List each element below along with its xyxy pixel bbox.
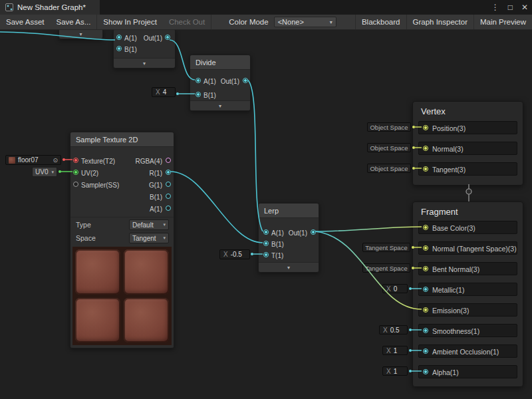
lerp-node[interactable]: Lerp A(1) B(1) T(1) Out(1) ▾ [258,203,319,273]
sample-texture-node-header[interactable]: Sample Texture 2D [70,132,174,147]
chevron-down-icon[interactable]: ▾ [190,100,250,110]
port-uv-input[interactable] [73,170,78,175]
vertex-position-slot[interactable]: Position(3) [418,121,517,134]
port-b-input[interactable] [196,92,201,97]
space-label: Space [76,235,96,242]
divide-node[interactable]: Divide A(1) B(1) Out(1) ▾ [190,55,251,111]
ambient-occlusion-value-field[interactable]: X 1 [382,346,408,355]
ambient-occlusion-slot[interactable]: Ambient Occlusion(1) [418,344,517,358]
port-normal-ts[interactable] [423,245,428,251]
lerp-node-header[interactable]: Lerp [259,203,319,218]
bent-normal-slot[interactable]: Bent Normal(3) [418,262,517,275]
chevron-down-icon[interactable]: ▾ [114,58,175,68]
alpha-slot[interactable]: Alpha(1) [418,365,517,378]
vertex-context-block[interactable]: Vertex Position(3) Normal(3) Tangent(3) [412,101,523,186]
chevron-down-icon[interactable]: ▾ [259,262,319,272]
port-alpha[interactable] [423,369,428,374]
port-g-output[interactable] [166,182,171,187]
bent-normal-space-pill[interactable]: Tangent Space [362,263,410,273]
port-ambient-occlusion[interactable] [423,348,428,354]
value[interactable]: 4 [163,88,167,96]
collapsed-node-edge[interactable]: ▾ [59,29,103,39]
port-a-input[interactable] [196,78,201,83]
port-b-input[interactable] [263,241,269,246]
port-t-input[interactable] [263,252,269,257]
port-a-input[interactable] [116,35,122,40]
smoothness-value-field[interactable]: X 0.5 [379,325,408,334]
port-b-label: B(1) [150,194,162,201]
divide-b-value-field[interactable]: X 4 [152,87,176,97]
port-sampler-input[interactable] [73,182,78,187]
port-out[interactable] [311,229,316,235]
port-b-label: B(1) [271,241,284,248]
port-a-label: A(1) [150,206,162,213]
port-emission[interactable] [423,307,428,313]
port-rgba-output[interactable] [166,158,171,163]
vertex-normal-slot[interactable]: Normal(3) [418,142,517,155]
chevron-down-icon: ▾ [163,235,166,241]
port-r-label: R(1) [150,170,162,177]
graph-inspector-toggle[interactable]: Graph Inspector [407,15,473,29]
chevron-down-icon: ▾ [330,19,332,25]
title-bar: New Shader Graph* ⋮ □ ✕ [0,0,532,15]
port-texture-input[interactable] [73,158,78,163]
type-dropdown[interactable]: Default ▾ [129,219,169,230]
port-bent-normal[interactable] [423,266,428,271]
port-b-label: B(1) [124,47,137,53]
port-metallic[interactable] [423,287,428,292]
normal-space-pill[interactable]: Object Space [367,143,411,152]
port-a-output[interactable] [166,205,171,211]
value[interactable]: 1 [394,347,398,354]
value[interactable]: -0.5 [231,251,242,258]
chevron-down-icon[interactable]: ▾ [59,30,102,39]
operator-node-top[interactable]: A(1) B(1) Out(1) ▾ [113,29,176,68]
type-label: Type [76,221,91,229]
divide-node-header[interactable]: Divide [190,55,250,70]
sample-texture-2d-node[interactable]: Sample Texture 2D Texture(T2) UV(2) Samp… [70,132,174,348]
port-position[interactable] [423,125,428,130]
texture-object-field[interactable]: floor07 ⊙ [5,155,61,165]
blackboard-toggle[interactable]: Blackboard [356,15,406,29]
lerp-t-value-field[interactable]: X -0.5 [219,249,250,259]
color-mode-dropdown[interactable]: <None> ▾ [274,17,336,27]
save-as-button[interactable]: Save As... [51,15,97,29]
value[interactable]: 0.5 [390,327,400,334]
base-color-slot[interactable]: Base Color(3) [418,221,517,234]
fragment-context-block[interactable]: Fragment Base Color(3) Normal (Tangent S… [412,201,523,387]
space-dropdown[interactable]: Tangent ▾ [129,233,169,243]
value[interactable]: 1 [394,368,398,375]
emission-slot[interactable]: Emission(3) [418,303,517,317]
show-in-project-button[interactable]: Show In Project [97,15,163,29]
alpha-value-field[interactable]: X 1 [382,366,408,376]
save-asset-button[interactable]: Save Asset [0,15,51,29]
port-smoothness[interactable] [423,328,428,333]
port-b-input[interactable] [116,46,122,51]
port-r-output[interactable] [166,170,171,175]
smoothness-slot[interactable]: Smoothness(1) [418,324,517,337]
port-out[interactable] [165,35,170,40]
port-normal[interactable] [423,146,428,151]
window-menu-icon[interactable]: ⋮ [491,0,499,15]
vertex-title: Vertex [421,106,446,116]
graph-tab[interactable]: New Shader Graph* [0,0,100,15]
tangent-space-pill[interactable]: Object Space [367,164,411,173]
metallic-value-field[interactable]: X 0 [382,284,408,293]
close-icon[interactable]: ✕ [521,0,528,15]
vertex-tangent-slot[interactable]: Tangent(3) [418,162,517,176]
port-a-input[interactable] [263,229,269,235]
position-space-pill[interactable]: Object Space [367,122,411,132]
port-base-color[interactable] [423,225,428,230]
normal-tangent-slot[interactable]: Normal (Tangent Space)(3) [418,241,517,255]
normal-tangent-space-pill[interactable]: Tangent Space [362,243,410,252]
port-out[interactable] [243,78,248,83]
value[interactable]: 0 [394,285,398,293]
port-tangent[interactable] [423,166,428,172]
preview-tile [75,249,120,295]
preview-tile [124,249,169,295]
object-picker-icon[interactable]: ⊙ [53,157,58,164]
uv-channel-dropdown[interactable]: UV0 ▾ [32,167,57,177]
port-b-output[interactable] [166,194,171,199]
metallic-slot[interactable]: Metallic(1) [418,283,517,296]
main-preview-toggle[interactable]: Main Preview [474,15,532,29]
maximize-icon[interactable]: □ [508,0,513,15]
